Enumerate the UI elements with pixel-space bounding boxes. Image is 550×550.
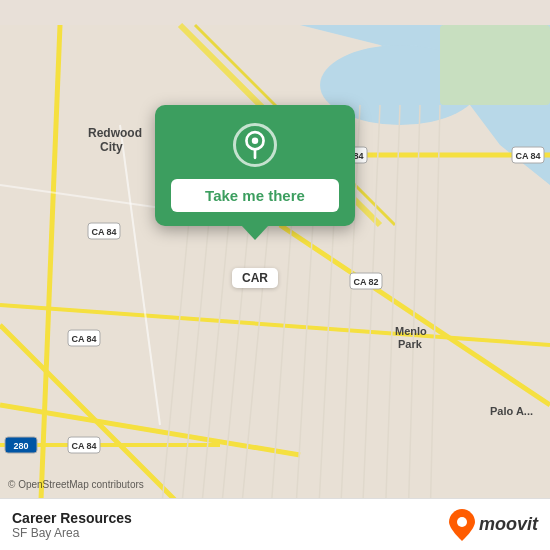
svg-point-49	[252, 138, 258, 144]
take-me-button[interactable]: Take me there	[171, 179, 339, 212]
transport-row: CAR	[155, 268, 355, 288]
svg-text:CA 84: CA 84	[71, 441, 96, 451]
location-name: Career Resources	[12, 510, 132, 526]
svg-text:City: City	[100, 140, 123, 154]
moovit-text: moovit	[479, 514, 538, 535]
svg-text:CA 82: CA 82	[353, 277, 378, 287]
svg-text:280: 280	[13, 441, 28, 451]
location-pin-icon	[242, 130, 268, 160]
svg-text:Menlo: Menlo	[395, 325, 427, 337]
svg-rect-4	[440, 25, 550, 105]
car-transport-badge[interactable]: CAR	[232, 268, 278, 288]
svg-text:Palo A...: Palo A...	[490, 405, 533, 417]
popup-card: Take me there	[155, 105, 355, 226]
bottom-bar: Career Resources SF Bay Area moovit	[0, 498, 550, 550]
osm-attribution: © OpenStreetMap contributors	[8, 479, 144, 490]
svg-text:CA 84: CA 84	[91, 227, 116, 237]
svg-text:Redwood: Redwood	[88, 126, 142, 140]
location-icon-wrapper	[233, 123, 277, 167]
svg-text:Park: Park	[398, 338, 423, 350]
location-region: SF Bay Area	[12, 526, 132, 540]
bottom-info: Career Resources SF Bay Area	[12, 510, 132, 540]
svg-text:CA 84: CA 84	[71, 334, 96, 344]
svg-point-50	[457, 517, 467, 527]
map-container: Redwood City Menlo Park Palo A... CA 84 …	[0, 0, 550, 550]
moovit-logo[interactable]: moovit	[449, 509, 538, 541]
svg-text:CA 84: CA 84	[515, 151, 540, 161]
moovit-pin-icon	[449, 509, 475, 541]
